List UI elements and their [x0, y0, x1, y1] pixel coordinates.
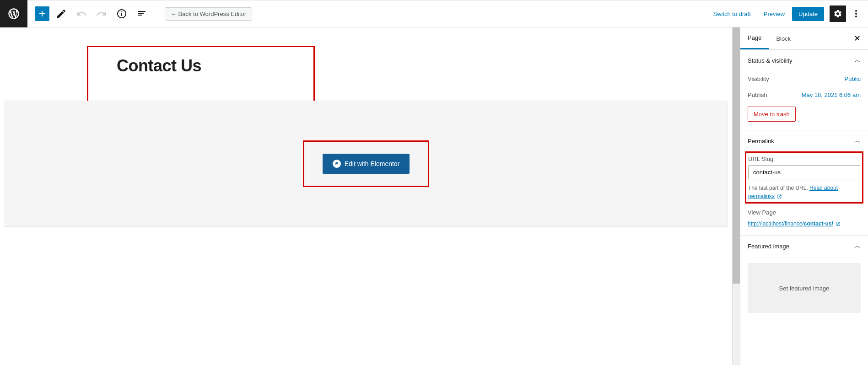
switch-to-draft-button[interactable]: Switch to draft — [707, 7, 756, 21]
url-slug-label: URL Slug — [748, 156, 860, 162]
permalink-highlight-box: URL Slug The last part of the URL. Read … — [745, 151, 863, 204]
settings-sidebar: Page Block ✕ Status & visibility ︿ Visib… — [740, 27, 868, 365]
move-to-trash-button[interactable]: Move to trash — [748, 107, 796, 122]
close-icon: ✕ — [854, 33, 861, 43]
add-block-button[interactable] — [35, 6, 49, 21]
status-visibility-panel-header[interactable]: Status & visibility ︿ — [740, 50, 868, 71]
publish-value[interactable]: May 18, 2021 6:06 am — [802, 91, 861, 98]
publish-label: Publish — [748, 91, 767, 98]
tab-page[interactable]: Page — [740, 27, 769, 49]
elementor-icon: E — [333, 160, 341, 168]
preview-button[interactable]: Preview — [758, 7, 790, 21]
gear-icon — [833, 9, 842, 18]
list-view-button[interactable] — [134, 5, 150, 22]
permalink-label: Permalink — [748, 138, 774, 145]
dots-vertical-icon — [851, 8, 862, 19]
featured-image-panel-header[interactable]: Featured image ︿ — [740, 236, 868, 257]
page-title[interactable]: Contact Us — [117, 56, 291, 75]
editor-canvas[interactable]: Contact Us E Edit with Elementor — [0, 27, 732, 365]
close-sidebar-button[interactable]: ✕ — [846, 27, 868, 49]
redo-button[interactable] — [93, 5, 110, 22]
info-button[interactable] — [113, 5, 130, 22]
settings-button[interactable] — [830, 5, 846, 22]
permalink-url-link[interactable]: http://localhost/finance/contact-us/ — [748, 220, 833, 227]
visibility-value[interactable]: Public — [845, 75, 861, 82]
set-featured-image-button[interactable]: Set featured image — [748, 263, 861, 313]
visibility-label: Visibility — [748, 75, 769, 82]
slug-help-text: The last part of the URL. Read about per… — [748, 184, 860, 200]
featured-image-label: Featured image — [748, 243, 789, 250]
status-visibility-label: Status & visibility — [748, 57, 793, 64]
back-to-wp-editor-button[interactable]: ← Back to WordPress Editor — [165, 7, 252, 21]
chevron-up-icon: ︿ — [854, 242, 861, 250]
edit-mode-button[interactable] — [53, 5, 70, 22]
elementor-button-label: Edit with Elementor — [345, 160, 400, 167]
url-slug-input[interactable] — [748, 165, 860, 179]
external-link-icon — [777, 194, 782, 199]
update-button[interactable]: Update — [792, 7, 824, 21]
external-link-icon — [836, 221, 841, 226]
more-options-button[interactable] — [848, 5, 864, 22]
chevron-up-icon: ︿ — [854, 56, 861, 64]
editor-scrollbar[interactable] — [732, 27, 740, 365]
elementor-highlight-box: E Edit with Elementor — [303, 140, 430, 187]
chevron-up-icon: ︿ — [854, 137, 861, 145]
view-page-label: View Page — [748, 209, 861, 216]
edit-with-elementor-button[interactable]: E Edit with Elementor — [323, 154, 410, 174]
scroll-thumb[interactable] — [733, 27, 740, 284]
tab-block[interactable]: Block — [769, 27, 798, 49]
permalink-panel-header[interactable]: Permalink ︿ — [740, 130, 868, 151]
undo-button[interactable] — [73, 5, 90, 22]
elementor-region: E Edit with Elementor — [5, 101, 728, 227]
page-title-block[interactable]: Contact Us — [87, 46, 315, 102]
wordpress-logo[interactable] — [0, 0, 27, 27]
